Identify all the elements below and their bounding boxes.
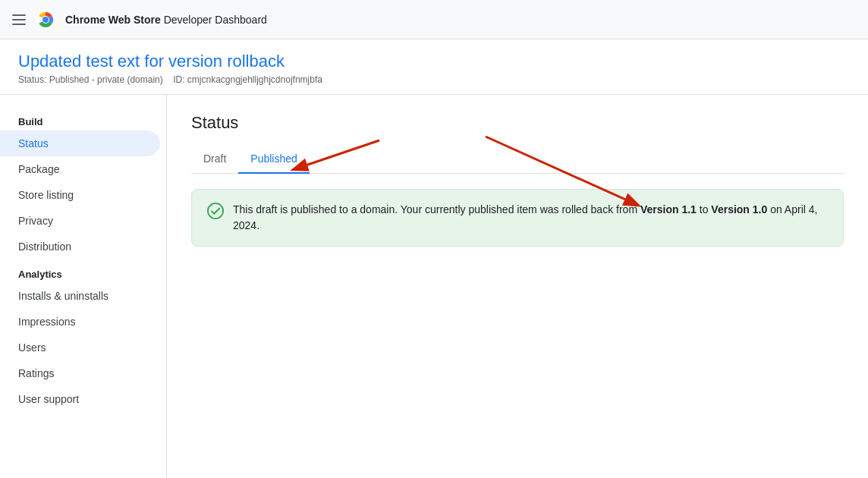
sidebar-item-privacy[interactable]: Privacy <box>0 208 166 234</box>
svg-point-6 <box>208 203 223 219</box>
sidebar-item-impressions[interactable]: Impressions <box>0 309 166 335</box>
sidebar-item-installs[interactable]: Installs & uninstalls <box>0 283 166 309</box>
from-version: Version 1.1 <box>640 203 697 215</box>
id-label: ID: <box>173 74 184 85</box>
status-message-prefix: This draft is published to a domain. You… <box>233 203 640 215</box>
content-title: Status <box>191 113 844 133</box>
sidebar-item-distribution[interactable]: Distribution <box>0 234 166 259</box>
sidebar-item-users[interactable]: Users <box>0 335 166 360</box>
sidebar-item-store-listing[interactable]: Store listing <box>0 182 166 208</box>
status-message-box: This draft is published to a domain. You… <box>191 189 844 247</box>
sidebar-build-label: Build <box>0 107 166 131</box>
sidebar-analytics-label: Analytics <box>0 259 166 283</box>
extension-title: Updated test ext for version rollback <box>18 52 850 71</box>
sidebar-item-ratings[interactable]: Ratings <box>0 360 166 386</box>
tab-draft[interactable]: Draft <box>191 145 238 174</box>
status-value: Published - private (domain) <box>49 74 163 85</box>
id-value: cmjcnkacgngjehlljghjcdnojfnmjbfa <box>187 74 322 85</box>
extension-meta: Status: Published - private (domain) ID:… <box>18 74 850 85</box>
status-message-text: This draft is published to a domain. You… <box>233 202 828 234</box>
header: Updated test ext for version rollback St… <box>0 39 868 95</box>
main-layout: Build Status Package Store listing Priva… <box>0 95 868 478</box>
to-text: to <box>697 203 711 215</box>
success-check-icon <box>207 203 224 219</box>
content-area: Status Draft Published This draft is pub… <box>167 95 868 265</box>
topbar-title: Chrome Web Store Developer Dashboard <box>65 14 267 26</box>
sidebar: Build Status Package Store listing Priva… <box>0 95 167 478</box>
chrome-logo-icon <box>35 9 56 30</box>
sidebar-item-status[interactable]: Status <box>0 131 160 156</box>
sidebar-item-package[interactable]: Package <box>0 156 166 182</box>
sidebar-item-user-support[interactable]: User support <box>0 386 166 412</box>
tabs: Draft Published <box>191 145 844 174</box>
to-version: Version 1.0 <box>711 203 767 215</box>
menu-icon[interactable] <box>12 14 26 25</box>
topbar: Chrome Web Store Developer Dashboard <box>0 0 868 39</box>
status-label: Status: <box>18 74 46 85</box>
content-wrapper: Status Draft Published This draft is pub… <box>167 95 868 478</box>
tab-published[interactable]: Published <box>238 145 310 174</box>
svg-point-2 <box>42 17 49 23</box>
